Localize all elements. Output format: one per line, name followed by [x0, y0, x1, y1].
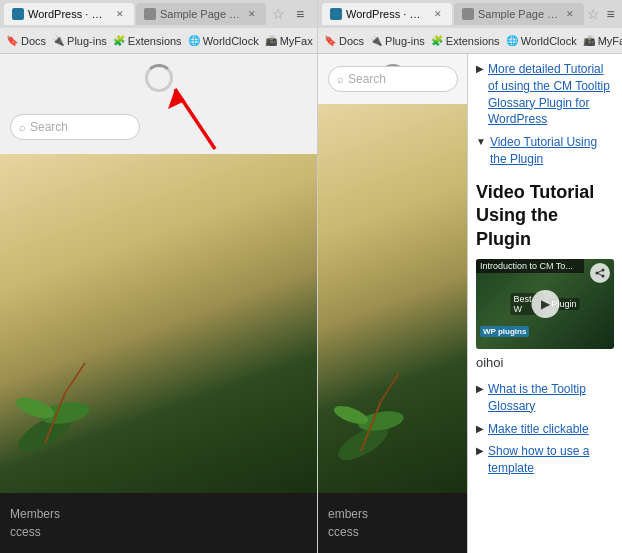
bookmark-plugins-label: Plug-ins	[67, 35, 107, 47]
right-sidebar-panel: ▶ More detailed Tutorial of using the CM…	[468, 54, 622, 553]
right-browser-window: WordPress · CM Answers… ✕ Sample Page – …	[318, 0, 622, 553]
bookmark-myfax[interactable]: 📠 MyFax	[265, 35, 313, 47]
bookmark-worldclock-icon: 🌐	[188, 35, 200, 46]
right-menu-button[interactable]: ≡	[603, 4, 618, 24]
svg-line-6	[65, 363, 85, 393]
nav-link-more-tutorial[interactable]: More detailed Tutorial of using the CM T…	[488, 61, 614, 128]
nav-item-more-tutorial: ▶ More detailed Tutorial of using the CM…	[476, 58, 614, 131]
left-tab2-label: Sample Page – Cminds D…	[160, 8, 242, 20]
video-play-button[interactable]: ▶	[531, 290, 559, 318]
left-browser-window: WordPress · CM Answers… ✕ Sample Page – …	[0, 0, 318, 553]
right-tab-bar: WordPress · CM Answers… ✕ Sample Page – …	[318, 0, 622, 28]
sidebar-link-2[interactable]: Make title clickable	[488, 421, 589, 438]
bookmark-extensions-label: Extensions	[128, 35, 182, 47]
right-footer-item-1: embers	[328, 505, 457, 523]
bookmark-extensions[interactable]: 🧩 Extensions	[113, 35, 182, 47]
left-page-content: ⌕ Search Members ccess	[0, 54, 317, 553]
right-bookmark-worldclock-icon: 🌐	[506, 35, 518, 46]
right-browser-inner: ⌕ Search embers ccess	[318, 54, 622, 553]
right-tab-active-label: WordPress · CM Answers…	[346, 8, 428, 20]
svg-line-11	[381, 373, 399, 401]
sidebar-nav-list: ▶ More detailed Tutorial of using the CM…	[476, 58, 614, 171]
nav-item-video-tutorial: ▼ Video Tutorial Using the Plugin	[476, 131, 614, 171]
svg-line-0	[175, 89, 215, 149]
left-tab-inactive[interactable]: Sample Page – Cminds D… ✕	[136, 3, 266, 25]
svg-line-16	[597, 273, 603, 276]
sidebar-link-item-1: ▶ What is the Tooltip Glossary	[476, 378, 614, 418]
right-bookmark-plugins[interactable]: 🔌 Plug-ins	[370, 35, 425, 47]
left-search-icon: ⌕	[19, 121, 26, 133]
right-tab-active[interactable]: WordPress · CM Answers… ✕	[322, 3, 452, 25]
spinner-ring	[145, 64, 173, 92]
bookmark-worldclock[interactable]: 🌐 WorldClock	[188, 35, 259, 47]
left-tab-close[interactable]: ✕	[114, 8, 126, 20]
sidebar-link-1[interactable]: What is the Tooltip Glossary	[488, 381, 614, 415]
right-bookmark-docs-label: Docs	[339, 35, 364, 47]
left-star-button[interactable]: ☆	[268, 4, 288, 24]
share-icon	[595, 268, 605, 278]
svg-line-15	[597, 270, 603, 273]
nav-arrow-down-1: ▼	[476, 135, 486, 149]
right-tab2-favicon	[462, 8, 474, 20]
left-tab2-favicon	[144, 8, 156, 20]
video-title-bar: Introduction to CM To...	[476, 259, 584, 273]
bookmark-docs-icon: 🔖	[6, 35, 18, 46]
bookmark-worldclock-label: WorldClock	[203, 35, 259, 47]
right-bookmarks-bar: 🔖 Docs 🔌 Plug-ins 🧩 Extensions 🌐 WorldCl…	[318, 28, 622, 54]
right-bookmark-docs-icon: 🔖	[324, 35, 336, 46]
right-page-image	[318, 104, 467, 493]
nav-arrow-link-1: ▶	[476, 382, 484, 396]
bookmark-myfax-icon: 📠	[265, 35, 277, 46]
bookmark-myfax-label: MyFax	[280, 35, 313, 47]
left-menu-button[interactable]: ≡	[290, 4, 310, 24]
right-bookmark-myfax-label: MyFax	[598, 35, 622, 47]
right-bookmark-docs[interactable]: 🔖 Docs	[324, 35, 364, 47]
right-bookmark-ext-icon: 🧩	[431, 35, 443, 46]
oihoi-text: oihoi	[476, 355, 614, 370]
right-bookmark-plugins-label: Plug-ins	[385, 35, 425, 47]
svg-marker-1	[168, 89, 185, 109]
bookmark-plugins[interactable]: 🔌 Plug-ins	[52, 35, 107, 47]
nav-link-video-tutorial[interactable]: Video Tutorial Using the Plugin	[490, 134, 614, 168]
right-bookmark-myfax[interactable]: 📠 MyFax	[583, 35, 622, 47]
right-star-button[interactable]: ☆	[586, 4, 601, 24]
video-share-button[interactable]	[590, 263, 610, 283]
wp-plugins-label: WP plugins	[480, 326, 529, 337]
nav-arrow-right-1: ▶	[476, 62, 484, 76]
left-search-box[interactable]: ⌕ Search	[10, 114, 140, 140]
right-bookmark-worldclock[interactable]: 🌐 WorldClock	[506, 35, 577, 47]
left-tab-active-label: WordPress · CM Answers…	[28, 8, 110, 20]
nav-arrow-link-3: ▶	[476, 444, 484, 458]
left-tab-bar: WordPress · CM Answers… ✕ Sample Page – …	[0, 0, 317, 28]
right-search-box[interactable]: ⌕ Search	[328, 66, 458, 92]
right-bookmark-ext-label: Extensions	[446, 35, 500, 47]
left-tab2-close[interactable]: ✕	[246, 8, 258, 20]
left-page-image	[0, 154, 317, 493]
left-footer-item-2: ccess	[10, 523, 307, 541]
leaf-decoration	[5, 353, 135, 473]
left-tab-active[interactable]: WordPress · CM Answers… ✕	[4, 3, 134, 25]
red-arrow-annotation	[120, 59, 240, 169]
right-footer-item-2: ccess	[328, 523, 457, 541]
left-footer-item-1: Members	[10, 505, 307, 523]
nav-arrow-link-2: ▶	[476, 422, 484, 436]
sidebar-link-item-2: ▶ Make title clickable	[476, 418, 614, 441]
left-search-placeholder: Search	[30, 120, 68, 134]
right-page-panel: ⌕ Search embers ccess	[318, 54, 468, 553]
right-bookmark-extensions[interactable]: 🧩 Extensions	[431, 35, 500, 47]
bookmark-docs[interactable]: 🔖 Docs	[6, 35, 46, 47]
right-page-footer: embers ccess	[318, 493, 467, 553]
video-thumbnail[interactable]: Introduction to CM To... Best W ▶ Plugi	[476, 259, 614, 349]
right-tab-close[interactable]: ✕	[432, 8, 444, 20]
sidebar-link-3[interactable]: Show how to use a template	[488, 443, 614, 477]
right-tab2-label: Sample Page – Cminds D…	[478, 8, 560, 20]
video-center-content: Best W ▶ Plugin	[511, 293, 580, 315]
bookmark-docs-label: Docs	[21, 35, 46, 47]
left-loading-spinner	[145, 64, 173, 92]
left-bookmarks-bar: 🔖 Docs 🔌 Plug-ins 🧩 Extensions 🌐 WorldCl…	[0, 28, 317, 54]
left-page-footer: Members ccess	[0, 493, 317, 553]
right-search-icon: ⌕	[337, 73, 344, 85]
right-bookmark-worldclock-label: WorldClock	[521, 35, 577, 47]
right-tab2-close[interactable]: ✕	[564, 8, 576, 20]
right-tab-inactive[interactable]: Sample Page – Cminds D… ✕	[454, 3, 584, 25]
